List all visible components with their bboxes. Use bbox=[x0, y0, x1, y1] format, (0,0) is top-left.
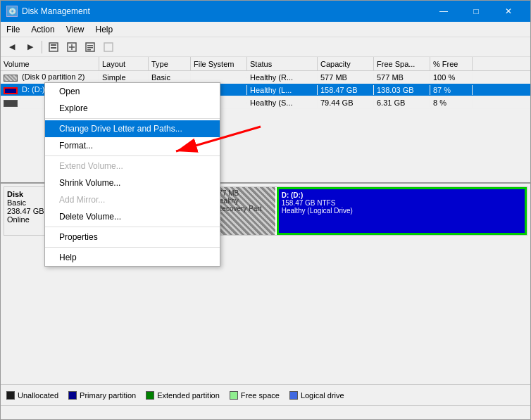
cell-status-2: Healthy (S... bbox=[247, 98, 318, 108]
table-header: Volume Layout Type File System Status Ca… bbox=[1, 57, 530, 71]
legend-label-logical: Logical drive bbox=[301, 391, 344, 400]
legend-box-extended bbox=[146, 391, 154, 400]
col-header-freespace[interactable]: Free Spa... bbox=[374, 57, 430, 70]
legend-item-extended: Extended partition bbox=[146, 391, 220, 400]
ctx-changedrive[interactable]: Change Drive Letter and Paths... bbox=[45, 120, 220, 137]
app-icon: 💿 bbox=[6, 6, 18, 17]
ctx-props[interactable]: Properties bbox=[45, 229, 220, 246]
legend-item-primary: Primary partition bbox=[68, 391, 136, 400]
toolbar-separator-1 bbox=[42, 41, 42, 53]
ctx-explore[interactable]: Explore bbox=[45, 100, 220, 117]
ctx-open[interactable]: Open bbox=[45, 83, 220, 100]
legend-box-logical bbox=[289, 391, 298, 400]
legend: Unallocated Primary partition Extended p… bbox=[1, 384, 530, 405]
cell-status-1: Healthy (L... bbox=[247, 85, 318, 95]
back-button[interactable]: ◀ bbox=[4, 39, 20, 55]
cell-fs-0 bbox=[191, 77, 247, 78]
col-header-status[interactable]: Status bbox=[247, 57, 318, 70]
ctx-separator-4 bbox=[45, 247, 220, 248]
forward-button[interactable]: ▶ bbox=[22, 39, 39, 55]
cell-freespace-0: 577 MB bbox=[374, 72, 430, 82]
cell-status-0: Healthy (R... bbox=[247, 72, 318, 82]
cell-freespace-1: 138.03 GB bbox=[374, 85, 430, 95]
ctx-separator-1 bbox=[45, 118, 220, 119]
legend-item-unallocated: Unallocated bbox=[6, 391, 58, 400]
partition-size-1: 577 MB bbox=[215, 189, 273, 197]
menu-bar: File Action View Help bbox=[1, 22, 530, 37]
partition-status-1: Healthy (Recovery Part bbox=[215, 197, 273, 212]
menu-view[interactable]: View bbox=[61, 22, 90, 37]
ctx-separator-2 bbox=[45, 155, 220, 156]
col-header-pctfree[interactable]: % Free bbox=[430, 57, 473, 70]
legend-box-primary bbox=[68, 391, 77, 400]
cell-layout-0: Simple bbox=[99, 72, 149, 82]
svg-rect-10 bbox=[104, 43, 113, 51]
col-header-type[interactable]: Type bbox=[149, 57, 191, 70]
toolbar-btn-1[interactable] bbox=[45, 39, 62, 55]
legend-box-freespace bbox=[230, 391, 238, 400]
ctx-shrink[interactable]: Shrink Volume... bbox=[45, 174, 220, 191]
minimize-button[interactable]: — bbox=[427, 1, 460, 22]
col-header-fs[interactable]: File System bbox=[191, 57, 247, 70]
toolbar: ◀ ▶ bbox=[1, 37, 530, 57]
partition-recovery[interactable]: 577 MB Healthy (Recovery Part bbox=[212, 187, 277, 235]
partition-size-2: 158.47 GB NTFS bbox=[282, 199, 522, 207]
svg-rect-2 bbox=[51, 47, 56, 49]
svg-rect-7 bbox=[87, 45, 93, 46]
legend-label-unallocated: Unallocated bbox=[18, 391, 58, 400]
legend-item-logical: Logical drive bbox=[289, 391, 344, 400]
ctx-format[interactable]: Format... bbox=[45, 137, 220, 154]
cell-capacity-1: 158.47 GB bbox=[318, 85, 374, 95]
legend-item-freespace: Free space bbox=[230, 391, 280, 400]
cell-volume-0: (Disk 0 partition 2) bbox=[1, 72, 99, 82]
col-header-layout[interactable]: Layout bbox=[99, 57, 149, 70]
ctx-extend: Extend Volume... bbox=[45, 158, 220, 174]
cell-pctfree-2: 8 % bbox=[430, 98, 473, 108]
title-bar: 💿 Disk Management — □ ✕ bbox=[1, 1, 530, 22]
legend-box-unallocated bbox=[6, 391, 15, 400]
cell-type-0: Basic bbox=[149, 72, 191, 82]
ctx-mirror: Add Mirror... bbox=[45, 191, 220, 208]
legend-label-extended: Extended partition bbox=[157, 391, 220, 400]
cell-pctfree-1: 87 % bbox=[430, 85, 473, 95]
menu-file[interactable]: File bbox=[1, 22, 25, 37]
cell-capacity-2: 79.44 GB bbox=[318, 98, 374, 108]
status-bar bbox=[1, 405, 530, 419]
cell-pctfree-0: 100 % bbox=[430, 72, 473, 82]
ctx-delete[interactable]: Delete Volume... bbox=[45, 208, 220, 225]
cell-freespace-2: 6.31 GB bbox=[374, 98, 430, 108]
partition-status-2: Healthy (Logical Drive) bbox=[282, 207, 522, 215]
svg-rect-9 bbox=[87, 49, 91, 51]
ctx-separator-3 bbox=[45, 227, 220, 227]
toolbar-btn-3[interactable] bbox=[82, 39, 99, 55]
cell-capacity-0: 577 MB bbox=[318, 72, 374, 82]
maximize-button[interactable]: □ bbox=[460, 1, 492, 22]
svg-rect-8 bbox=[87, 47, 93, 49]
context-menu: Open Explore Change Drive Letter and Pat… bbox=[44, 82, 220, 267]
legend-label-primary: Primary partition bbox=[80, 391, 136, 400]
title-bar-left: 💿 Disk Management bbox=[6, 6, 90, 17]
close-button[interactable]: ✕ bbox=[492, 1, 525, 22]
window-title: Disk Management bbox=[22, 6, 90, 16]
title-bar-controls: — □ ✕ bbox=[427, 1, 525, 22]
toolbar-btn-2[interactable] bbox=[63, 39, 80, 55]
svg-rect-1 bbox=[51, 44, 56, 46]
partition-logical[interactable]: D: (D:) 158.47 GB NTFS Healthy (Logical … bbox=[277, 187, 527, 235]
col-header-volume[interactable]: Volume bbox=[1, 57, 99, 70]
toolbar-btn-4[interactable] bbox=[100, 39, 117, 55]
partition-name-2: D: (D:) bbox=[282, 191, 522, 199]
menu-action[interactable]: Action bbox=[25, 22, 60, 37]
menu-help[interactable]: Help bbox=[90, 22, 119, 37]
col-header-capacity[interactable]: Capacity bbox=[318, 57, 374, 70]
ctx-help[interactable]: Help bbox=[45, 249, 220, 266]
legend-label-freespace: Free space bbox=[241, 391, 280, 400]
